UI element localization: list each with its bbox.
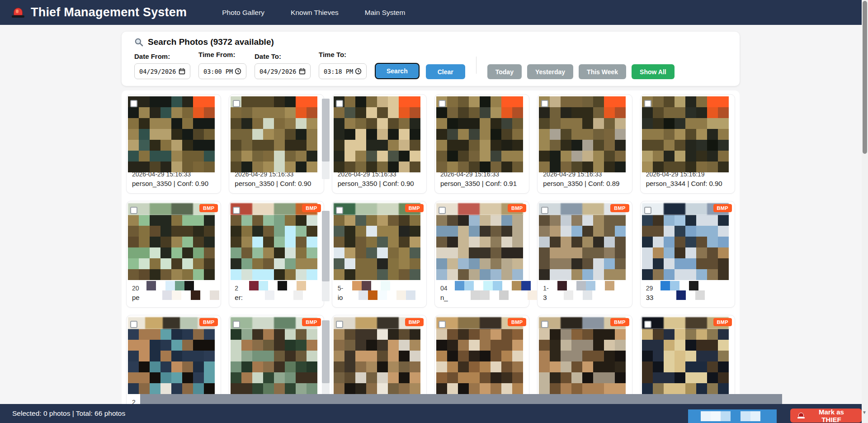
search-icon xyxy=(134,38,143,47)
photo-checkbox[interactable] xyxy=(541,321,548,328)
pixelated-photo xyxy=(642,203,729,280)
photo-caption: 5-io xyxy=(332,280,426,307)
date-to-input[interactable]: 04/29/2026 xyxy=(255,63,311,79)
photo-checkbox[interactable] xyxy=(541,207,548,214)
photo-person-conf: person_3350 | Conf: 0.90 xyxy=(235,179,318,189)
time-to-group: Time To: 03:18 PM xyxy=(319,51,367,79)
photo-checkbox[interactable] xyxy=(233,207,240,214)
photo-caption: 04n_ xyxy=(435,280,529,307)
pixel-grid xyxy=(539,329,626,394)
photo-checkbox[interactable] xyxy=(439,207,446,214)
pixel-grid xyxy=(436,329,523,394)
format-badge: BMP xyxy=(302,318,321,326)
inner-scrollbar-thumb[interactable] xyxy=(322,99,330,162)
inner-scrollbar[interactable] xyxy=(322,320,330,401)
calendar-icon[interactable] xyxy=(179,68,185,75)
photo-card[interactable]: 2026-04-29 15:16:33person_3350 | Conf: 0… xyxy=(434,94,529,194)
nav-main-system[interactable]: Main System xyxy=(365,9,406,17)
pixelated-photo xyxy=(231,317,317,394)
horizontal-scrollbar[interactable] xyxy=(140,394,782,404)
photo-card[interactable]: 2026-04-29 15:16:33person_3350 | Conf: 0… xyxy=(332,94,427,194)
photo-person-conf: person_3350 | Conf: 0.91 xyxy=(440,179,524,189)
nav-photo-gallery[interactable]: Photo Gallery xyxy=(222,9,264,17)
photo-card[interactable]: BMP04n_ xyxy=(434,201,529,308)
mini-thumbnail-overlay xyxy=(352,281,415,300)
nav-known-thieves[interactable]: Known Thieves xyxy=(291,9,339,17)
pixelated-photo xyxy=(436,96,523,172)
format-badge: BMP xyxy=(199,204,218,212)
page-scrollbar[interactable]: ▼ xyxy=(862,0,868,423)
clear-button[interactable]: Clear xyxy=(426,64,465,79)
gallery-row: 2026-04-29 15:16:33person_3350 | Conf: 0… xyxy=(126,94,735,194)
clock-icon[interactable] xyxy=(235,68,241,75)
photo-card[interactable]: BMP1-3 xyxy=(537,201,632,308)
photo-checkbox[interactable] xyxy=(541,100,548,107)
format-badge: BMP xyxy=(302,204,321,212)
pixel-grid xyxy=(231,96,317,172)
date-to-group: Date To: 04/29/2026 xyxy=(255,52,311,79)
photo-gallery: 2026-04-29 15:16:33person_3350 | Conf: 0… xyxy=(122,90,740,423)
clock-icon[interactable] xyxy=(355,68,362,75)
photo-checkbox[interactable] xyxy=(130,321,137,328)
inner-scrollbar-thumb[interactable] xyxy=(322,211,330,281)
date-to-value: 04/29/2026 xyxy=(259,68,296,75)
photo-card[interactable]: 2026-04-29 15:16:19person_3344 | Conf: 0… xyxy=(640,94,735,194)
photo-checkbox[interactable] xyxy=(336,100,343,107)
photo-card[interactable]: 2026-04-29 15:16:33person_3350 | Conf: 0… xyxy=(537,94,632,194)
pixel-grid xyxy=(128,96,215,172)
photo-checkbox[interactable] xyxy=(644,100,651,107)
photo-checkbox[interactable] xyxy=(130,207,137,214)
search-button[interactable]: Search xyxy=(375,63,420,79)
button-divider xyxy=(476,57,476,74)
time-from-value: 03:00 PM xyxy=(203,68,233,75)
pixel-grid xyxy=(436,96,523,172)
show-all-button[interactable]: Show All xyxy=(632,64,675,79)
photo-card[interactable]: BMP5-io xyxy=(332,201,427,308)
time-to-input[interactable]: 03:18 PM xyxy=(319,63,367,79)
inner-scrollbar[interactable] xyxy=(322,211,330,301)
selection-status: Selected: 0 photos | Total: 66 photos xyxy=(12,409,125,418)
calendar-icon[interactable] xyxy=(299,68,306,75)
photo-checkbox[interactable] xyxy=(233,321,240,328)
inner-scrollbar[interactable] xyxy=(322,99,330,179)
date-from-label: Date From: xyxy=(134,52,190,60)
inner-scrollbar-thumb[interactable] xyxy=(322,320,330,383)
scrollbar-thumb[interactable] xyxy=(863,1,867,154)
yesterday-button[interactable]: Yesterday xyxy=(527,64,573,79)
scroll-down-arrow[interactable]: ▼ xyxy=(862,410,867,415)
photo-caption: 1-3 xyxy=(538,280,632,307)
mini-thumbnail-overlay xyxy=(249,281,306,300)
pixelated-photo xyxy=(231,203,317,280)
pixel-grid xyxy=(334,215,420,280)
photo-checkbox[interactable] xyxy=(233,100,240,107)
photo-card[interactable]: BMP2933 xyxy=(640,201,735,308)
siren-icon xyxy=(797,413,805,418)
photo-checkbox[interactable] xyxy=(336,207,343,214)
time-from-input[interactable]: 03:00 PM xyxy=(198,63,246,79)
mark-as-thief-button[interactable]: Mark as THIEF xyxy=(790,409,862,423)
photo-card[interactable]: BMP2er: xyxy=(229,201,324,308)
mark-as-thief-label: Mark as THIEF xyxy=(808,408,854,423)
pixelated-photo xyxy=(539,203,626,280)
time-to-value: 03:18 PM xyxy=(324,68,353,75)
today-button[interactable]: Today xyxy=(487,64,522,79)
format-badge: BMP xyxy=(508,318,526,326)
photo-checkbox[interactable] xyxy=(336,321,343,328)
photo-card[interactable]: BMP20pe xyxy=(126,201,221,308)
nav-links: Photo Gallery Known Thieves Main System xyxy=(222,9,405,17)
gallery-row: BMP20peBMP2er:BMP5-ioBMP04n_BMP1-3BMP293… xyxy=(126,201,735,308)
photo-checkbox[interactable] xyxy=(439,321,446,328)
photo-checkbox[interactable] xyxy=(644,207,651,214)
photo-card[interactable]: 2026-04-29 15:16:33person_3350 | Conf: 0… xyxy=(229,94,324,194)
pixelated-photo xyxy=(642,317,729,394)
photo-checkbox[interactable] xyxy=(130,100,137,107)
photo-card[interactable]: 2026-04-29 15:16:33person_3350 | Conf: 0… xyxy=(126,94,221,194)
date-from-input[interactable]: 04/29/2026 xyxy=(134,63,190,79)
this-week-button[interactable]: This Week xyxy=(579,64,626,79)
top-navbar: Thief Management System Photo Gallery Kn… xyxy=(0,0,862,25)
pixel-grid xyxy=(436,215,523,280)
photo-checkbox[interactable] xyxy=(644,321,651,328)
date-from-group: Date From: 04/29/2026 xyxy=(134,52,190,79)
pixelated-photo xyxy=(539,317,626,394)
photo-checkbox[interactable] xyxy=(439,100,446,107)
